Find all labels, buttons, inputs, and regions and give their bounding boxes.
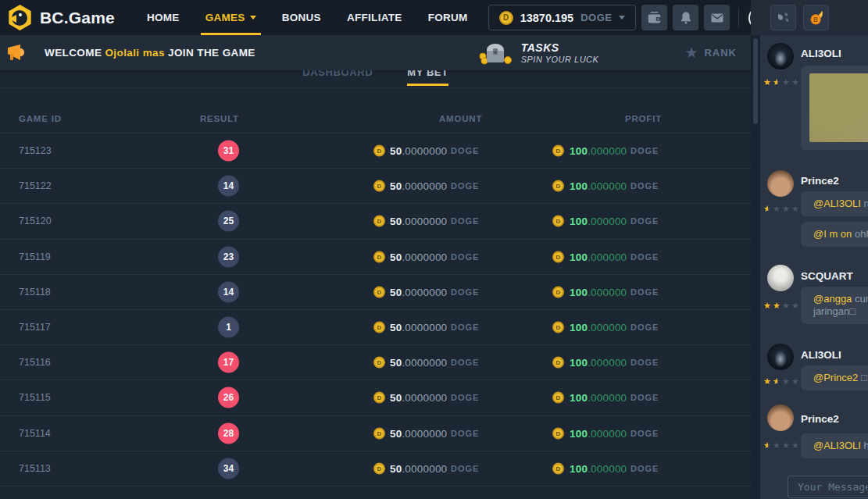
- doge-coin-icon: D: [373, 427, 385, 439]
- nav-item-bonus[interactable]: BONUS: [282, 0, 321, 35]
- chat-message-bubble: @ALI3OLI he: [801, 433, 868, 458]
- rain-button[interactable]: [770, 5, 796, 30]
- doge-coin-icon: D: [373, 216, 385, 227]
- star-icon: [782, 301, 791, 311]
- rank-widget[interactable]: ★ RANK: [684, 45, 737, 60]
- star-icon: [791, 376, 801, 387]
- nav-item-games[interactable]: GAMES: [205, 0, 256, 35]
- avatar[interactable]: [767, 265, 794, 291]
- avatar[interactable]: [767, 344, 794, 370]
- tasks-widget[interactable]: TASKS SPIN YOUR LUCK: [477, 39, 599, 67]
- balance-selector[interactable]: D 13870.195 DOGE: [488, 5, 637, 30]
- result-badge: 23: [218, 246, 239, 267]
- mention[interactable]: @Prince2: [813, 372, 858, 383]
- amount-value: 50.0000000: [390, 145, 447, 157]
- table-row[interactable]: 715119 23 D 50.0000000 DOGE D 100.000000…: [0, 240, 751, 275]
- chevron-down-icon: [619, 16, 625, 20]
- table-row[interactable]: 715116 17 D 50.0000000 DOGE D 100.000000…: [0, 345, 751, 380]
- chat-message-bubble: @angga cunjaringan□: [801, 287, 868, 324]
- table-row[interactable]: 715123 31 D 50.0000000 DOGE D 100.000000…: [0, 134, 751, 169]
- doge-coin-icon: D: [552, 357, 564, 369]
- profit-currency: DOGE: [630, 287, 659, 297]
- logo[interactable]: BC.Game: [7, 5, 115, 30]
- messages-button[interactable]: [704, 5, 730, 30]
- profit-value: 100.000000: [570, 251, 627, 262]
- doge-coin-icon: D: [499, 11, 513, 25]
- result-badge: 25: [218, 211, 239, 232]
- my-bet-table: GAME ID RESULT AMOUNT PROFIT 715123 31 D…: [0, 88, 751, 499]
- doge-coin-icon: D: [552, 251, 564, 262]
- logo-text: BC.Game: [40, 9, 115, 27]
- profit-value: 100.000000: [570, 322, 627, 333]
- chat-message-bubble: @Prince2 □: [801, 365, 868, 390]
- table-body: 715123 31 D 50.0000000 DOGE D 100.000000…: [0, 134, 751, 487]
- mention[interactable]: @angga: [813, 293, 852, 305]
- star-icon: [773, 376, 782, 387]
- game-id-cell: 715113: [19, 463, 51, 474]
- result-badge: 31: [218, 141, 239, 162]
- star-icon: [763, 77, 773, 87]
- profit-value: 100.000000: [570, 286, 627, 298]
- nav-item-forum[interactable]: FORUM: [428, 0, 468, 35]
- star-icon: [773, 440, 782, 451]
- star-icon: [782, 77, 791, 87]
- wallet-button[interactable]: [641, 5, 667, 30]
- table-row[interactable]: 715113 34 D 50.0000000 DOGE D 100.000000…: [0, 451, 751, 487]
- mention[interactable]: @ALI3OLI: [813, 198, 861, 209]
- star-icon: [782, 204, 791, 214]
- avatar[interactable]: [767, 405, 794, 431]
- scrollbar-thumb[interactable]: [753, 38, 758, 124]
- chat-image[interactable]: [809, 73, 868, 142]
- doge-coin-icon: D: [373, 145, 385, 157]
- amount-currency: DOGE: [451, 181, 479, 191]
- doge-coin-icon: D: [552, 427, 564, 439]
- notifications-button[interactable]: [673, 5, 698, 30]
- col-profit: PROFIT: [625, 114, 662, 123]
- avatar[interactable]: [767, 43, 794, 70]
- game-id-cell: 715122: [19, 180, 52, 191]
- table-row[interactable]: 715122 14 D 50.0000000 DOGE D 100.000000…: [0, 169, 751, 204]
- game-id-cell: 715117: [19, 322, 51, 333]
- profit-value: 100.000000: [570, 145, 627, 157]
- table-row[interactable]: 715115 26 D 50.0000000 DOGE D 100.000000…: [0, 380, 751, 415]
- table-row[interactable]: 715118 14 D 50.0000000 DOGE D 100.000000…: [0, 275, 751, 310]
- divider: [738, 9, 739, 27]
- doge-coin-icon: D: [552, 216, 564, 227]
- star-icon: [791, 77, 801, 87]
- doge-coin-icon: D: [552, 180, 564, 192]
- chevron-down-icon: [250, 16, 256, 20]
- svg-text:B: B: [813, 16, 818, 23]
- amount-value: 50.0000000: [390, 392, 447, 404]
- profit-currency: DOGE: [630, 181, 659, 191]
- table-row[interactable]: 715120 25 D 50.0000000 DOGE D 100.000000…: [0, 204, 751, 239]
- coin-drop-button[interactable]: B: [803, 5, 829, 30]
- result-badge: 17: [218, 352, 239, 373]
- chat-message-bubble: @ALI3OLI ni: [801, 191, 868, 216]
- chat-message-bubble: @I m on ohh: [801, 222, 868, 247]
- profit-value: 100.000000: [570, 180, 627, 192]
- game-id-cell: 715115: [19, 392, 51, 403]
- table-row[interactable]: 715117 1 D 50.0000000 DOGE D 100.000000 …: [0, 310, 751, 345]
- amount-value: 50.0000000: [390, 357, 447, 369]
- main-nav: HOME GAMES BONUS AFFILIATE FORUM: [147, 0, 468, 35]
- doge-coin-icon: D: [373, 251, 385, 262]
- chat-message-input[interactable]: [788, 476, 868, 498]
- game-id-cell: 715118: [19, 287, 51, 298]
- table-header: GAME ID RESULT AMOUNT PROFIT: [0, 88, 751, 134]
- doge-coin-icon: D: [552, 145, 564, 157]
- profit-value: 100.000000: [570, 462, 627, 474]
- star-icon: [791, 301, 801, 311]
- table-row[interactable]: 715114 28 D 50.0000000 DOGE D 100.000000…: [0, 416, 751, 451]
- chat-scrollbar[interactable]: [751, 35, 760, 499]
- mention[interactable]: @ALI3OLI: [813, 440, 861, 451]
- star-icon: [763, 440, 773, 451]
- mention[interactable]: @I m on: [813, 228, 852, 240]
- star-icon: [773, 204, 782, 214]
- star-icon: [763, 376, 773, 387]
- nav-item-home[interactable]: HOME: [147, 0, 180, 35]
- avatar[interactable]: [767, 170, 794, 197]
- megaphone-icon: [6, 43, 30, 63]
- game-id-cell: 715123: [19, 145, 52, 156]
- amount-currency: DOGE: [451, 252, 479, 262]
- nav-item-affiliate[interactable]: AFFILIATE: [347, 0, 402, 35]
